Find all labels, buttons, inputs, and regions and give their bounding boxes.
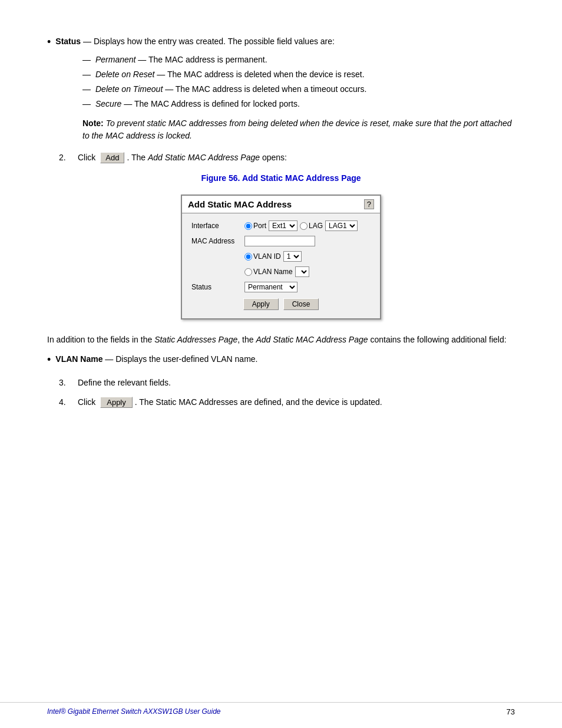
lag-radio-text: LAG (309, 222, 323, 230)
step3-item: 3. Define the relevant fields. (59, 377, 515, 389)
footer-left-text: Intel® Gigabit Ethernet Switch AXXSW1GB … (47, 707, 221, 716)
step4-number: 4. (59, 396, 73, 409)
port-radio-text: Port (253, 222, 266, 230)
step3-text: Define the relevant fields. (78, 377, 171, 389)
mac-address-label: MAC Address (191, 237, 244, 245)
dialog-help-button[interactable]: ? (364, 199, 374, 209)
dialog-apply-button[interactable]: Apply (243, 298, 279, 310)
vlanname-radio[interactable] (244, 268, 252, 276)
mac-address-controls (244, 236, 315, 246)
note-block: Note: To prevent static MAC addresses fr… (82, 117, 515, 142)
vlan-name-bullet-text: VLAN Name — Displays the user-defined VL… (55, 353, 257, 365)
sub-bullet-permanent: — Permanent — The MAC address is permane… (82, 54, 515, 66)
step2-text: Click Add. The Add Static MAC Address Pa… (78, 151, 287, 164)
figure-caption: Figure 56. Add Static MAC Address Page (47, 173, 515, 183)
lag-radio-label[interactable]: LAG (300, 222, 323, 230)
status-select[interactable]: Permanent Delete on Reset Delete on Time… (244, 282, 297, 292)
port-radio[interactable] (244, 222, 252, 230)
vlan-name-bullet-section: • VLAN Name — Displays the user-defined … (47, 353, 515, 367)
dialog-titlebar: Add Static MAC Address ? (182, 196, 380, 213)
step3-number: 3. (59, 377, 73, 389)
sub-bullets-list: — Permanent — The MAC address is permane… (82, 54, 515, 110)
vlanid-controls: VLAN ID 1 (244, 251, 302, 262)
bullet-dot-status: • (47, 35, 51, 49)
vlanid-text: VLAN ID (253, 252, 281, 261)
page-footer: Intel® Gigabit Ethernet Switch AXXSW1GB … (0, 702, 562, 716)
vlanname-select[interactable] (295, 266, 309, 277)
dialog-close-button[interactable]: Close (283, 298, 319, 310)
interface-row: Interface Port Ext1 LAG (191, 220, 371, 231)
vlanname-text: VLAN Name (253, 268, 293, 276)
dialog-buttons: Apply Close (191, 298, 371, 310)
add-static-mac-dialog: Add Static MAC Address ? Interface Port … (181, 195, 381, 319)
bullet-dot-vlan: • (47, 353, 51, 367)
lag-select[interactable]: LAG1 (325, 220, 358, 231)
lag-radio[interactable] (300, 222, 308, 230)
vlanname-controls: VLAN Name (244, 266, 309, 277)
step2-number: 2. (59, 151, 73, 164)
vlan-name-label: VLAN Name (55, 354, 103, 364)
interface-controls: Port Ext1 LAG LAG1 (244, 220, 358, 231)
vlanid-select[interactable]: 1 (283, 251, 302, 262)
dialog-wrapper: Add Static MAC Address ? Interface Port … (47, 195, 515, 319)
sub-bullet-secure: — Secure — The MAC Address is defined fo… (82, 98, 515, 110)
vlanname-radio-label[interactable]: VLAN Name (244, 268, 293, 276)
sub-bullet-delete-timeout: — Delete on Timeout — The MAC address is… (82, 83, 515, 95)
vlanid-radio[interactable] (244, 253, 252, 261)
step4-text: Click Apply. The Static MAC Addresses ar… (78, 396, 382, 409)
add-button[interactable]: Add (100, 152, 124, 163)
footer-page-number: 73 (507, 707, 515, 716)
vlanid-radio-label[interactable]: VLAN ID (244, 252, 281, 261)
paragraph-after-dialog: In addition to the fields in the Static … (47, 334, 515, 346)
note-label: Note: (82, 118, 104, 128)
status-bullet-text: Status — Displays how the entry was crea… (55, 35, 335, 48)
dialog-body: Interface Port Ext1 LAG (182, 213, 380, 318)
status-controls: Permanent Delete on Reset Delete on Time… (244, 282, 297, 292)
interface-label: Interface (191, 222, 244, 230)
status-row: Status Permanent Delete on Reset Delete … (191, 282, 371, 292)
port-select[interactable]: Ext1 (269, 220, 297, 231)
step4-item: 4. Click Apply. The Static MAC Addresses… (59, 396, 515, 409)
port-radio-label[interactable]: Port (244, 222, 266, 230)
step2-item: 2. Click Add. The Add Static MAC Address… (59, 151, 515, 164)
dialog-title: Add Static MAC Address (188, 199, 292, 209)
mac-address-row: MAC Address (191, 236, 371, 246)
vlanid-row: VLAN ID 1 (191, 251, 371, 262)
sub-bullet-delete-reset: — Delete on Reset — The MAC address is d… (82, 68, 515, 81)
vlanname-row: VLAN Name (191, 266, 371, 277)
status-label: Status (55, 37, 81, 46)
status-label-dialog: Status (191, 283, 244, 291)
mac-address-input[interactable] (244, 236, 315, 246)
apply-button-step4[interactable]: Apply (100, 397, 133, 408)
